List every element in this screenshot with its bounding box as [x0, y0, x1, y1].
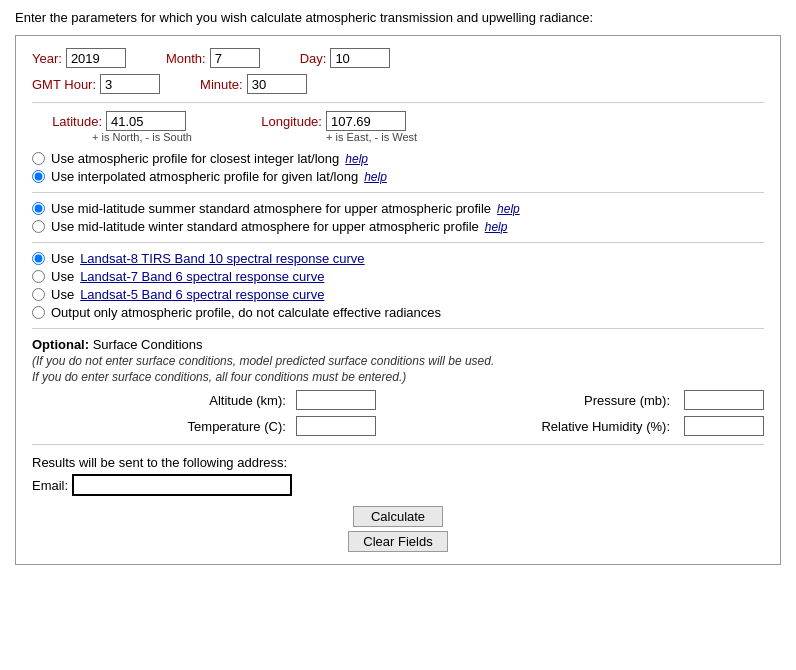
atm-option1-label: Use mid-latitude summer standard atmosph…	[51, 201, 491, 216]
atm-option2-help[interactable]: help	[485, 220, 508, 234]
spectral-radio-profile-only[interactable]	[32, 306, 45, 319]
lon-label: Longitude:	[242, 114, 322, 129]
spectral-option2-link[interactable]: Landsat-7 Band 6 spectral response curve	[80, 269, 324, 284]
year-input[interactable]	[66, 48, 126, 68]
optional-note-2: If you do enter surface conditions, all …	[32, 370, 764, 384]
divider-2	[32, 192, 764, 193]
pressure-label: Pressure (mb):	[386, 393, 674, 408]
spectral-option3-prefix: Use	[51, 287, 74, 302]
calculate-button[interactable]: Calculate	[353, 506, 443, 527]
profile-radio-interpolated[interactable]	[32, 170, 45, 183]
year-group: Year:	[32, 48, 126, 68]
spectral-option3-link[interactable]: Landsat-5 Band 6 spectral response curve	[80, 287, 324, 302]
spectral-radio-l8[interactable]	[32, 252, 45, 265]
optional-title-row: Optional: Surface Conditions	[32, 337, 764, 352]
month-group: Month:	[166, 48, 260, 68]
lon-hint: + is East, - is West	[326, 131, 417, 143]
datetime-row-2: GMT Hour: Minute:	[32, 74, 764, 94]
profile-radio-row-2: Use interpolated atmospheric profile for…	[32, 169, 764, 184]
latlong-section: Latitude: + is North, - is South Longitu…	[32, 111, 764, 143]
lon-input[interactable]	[326, 111, 406, 131]
year-label: Year:	[32, 51, 62, 66]
atm-option1-help[interactable]: help	[497, 202, 520, 216]
spectral-option4-label: Output only atmospheric profile, do not …	[51, 305, 441, 320]
minute-group: Minute:	[200, 74, 307, 94]
spectral-radio-row-3: Use Landsat-5 Band 6 spectral response c…	[32, 287, 764, 302]
divider-3	[32, 242, 764, 243]
day-input[interactable]	[330, 48, 390, 68]
profile-option1-label: Use atmospheric profile for closest inte…	[51, 151, 339, 166]
buttons-row: Calculate Clear Fields	[32, 506, 764, 552]
profile-radio-closest[interactable]	[32, 152, 45, 165]
email-row: Email:	[32, 474, 764, 496]
email-label: Email:	[32, 478, 68, 493]
email-input[interactable]	[72, 474, 292, 496]
temperature-input[interactable]	[296, 416, 376, 436]
datetime-row-1: Year: Month: Day:	[32, 48, 764, 68]
optional-note-1: (If you do not enter surface conditions,…	[32, 354, 764, 368]
day-label: Day:	[300, 51, 327, 66]
atm-radio-row-2: Use mid-latitude winter standard atmosph…	[32, 219, 764, 234]
optional-title-rest: Surface Conditions	[89, 337, 202, 352]
hour-group: GMT Hour:	[32, 74, 160, 94]
email-section: Results will be sent to the following ad…	[32, 455, 764, 496]
clear-button[interactable]: Clear Fields	[348, 531, 447, 552]
day-group: Day:	[300, 48, 391, 68]
spectral-option2-prefix: Use	[51, 269, 74, 284]
divider-1	[32, 102, 764, 103]
optional-title-bold: Optional:	[32, 337, 89, 352]
surface-conditions-grid: Altitude (km): Pressure (mb): Temperatur…	[32, 390, 764, 436]
atm-radio-row-1: Use mid-latitude summer standard atmosph…	[32, 201, 764, 216]
lon-group: Longitude: + is East, - is West	[242, 111, 417, 143]
atm-option2-label: Use mid-latitude winter standard atmosph…	[51, 219, 479, 234]
minute-label: Minute:	[200, 77, 243, 92]
lat-inline: Latitude:	[32, 111, 186, 131]
atm-radio-summer[interactable]	[32, 202, 45, 215]
spectral-radio-row-4: Output only atmospheric profile, do not …	[32, 305, 764, 320]
pressure-input[interactable]	[684, 390, 764, 410]
profile-option2-label: Use interpolated atmospheric profile for…	[51, 169, 358, 184]
minute-input[interactable]	[247, 74, 307, 94]
latlong-row: Latitude: + is North, - is South Longitu…	[32, 111, 764, 143]
month-input[interactable]	[210, 48, 260, 68]
spectral-option1-link[interactable]: Landsat-8 TIRS Band 10 spectral response…	[80, 251, 364, 266]
divider-5	[32, 444, 764, 445]
email-heading: Results will be sent to the following ad…	[32, 455, 764, 470]
profile-radio-row-1: Use atmospheric profile for closest inte…	[32, 151, 764, 166]
divider-4	[32, 328, 764, 329]
lat-hint: + is North, - is South	[92, 131, 192, 143]
optional-section: Optional: Surface Conditions (If you do …	[32, 337, 764, 436]
hour-label: GMT Hour:	[32, 77, 96, 92]
spectral-radio-row-2: Use Landsat-7 Band 6 spectral response c…	[32, 269, 764, 284]
humidity-input[interactable]	[684, 416, 764, 436]
profile-option2-help[interactable]: help	[364, 170, 387, 184]
profile-section: Use atmospheric profile for closest inte…	[32, 151, 764, 184]
atmosphere-section: Use mid-latitude summer standard atmosph…	[32, 201, 764, 234]
hour-input[interactable]	[100, 74, 160, 94]
temperature-label: Temperature (C):	[32, 419, 286, 434]
spectral-radio-l7[interactable]	[32, 270, 45, 283]
humidity-label: Relative Humidity (%):	[386, 419, 674, 434]
profile-option1-help[interactable]: help	[345, 152, 368, 166]
altitude-label: Altitude (km):	[32, 393, 286, 408]
spectral-radio-row-1: Use Landsat-8 TIRS Band 10 spectral resp…	[32, 251, 764, 266]
intro-text: Enter the parameters for which you wish …	[15, 10, 781, 25]
spectral-option1-prefix: Use	[51, 251, 74, 266]
lat-label: Latitude:	[32, 114, 102, 129]
lat-input[interactable]	[106, 111, 186, 131]
datetime-section: Year: Month: Day: GMT Hour: Minute:	[32, 48, 764, 94]
spectral-radio-l5[interactable]	[32, 288, 45, 301]
lat-group: Latitude: + is North, - is South	[32, 111, 192, 143]
lon-inline: Longitude:	[242, 111, 406, 131]
spectral-section: Use Landsat-8 TIRS Band 10 spectral resp…	[32, 251, 764, 320]
month-label: Month:	[166, 51, 206, 66]
altitude-input[interactable]	[296, 390, 376, 410]
atm-radio-winter[interactable]	[32, 220, 45, 233]
main-form-box: Year: Month: Day: GMT Hour: Minute:	[15, 35, 781, 565]
